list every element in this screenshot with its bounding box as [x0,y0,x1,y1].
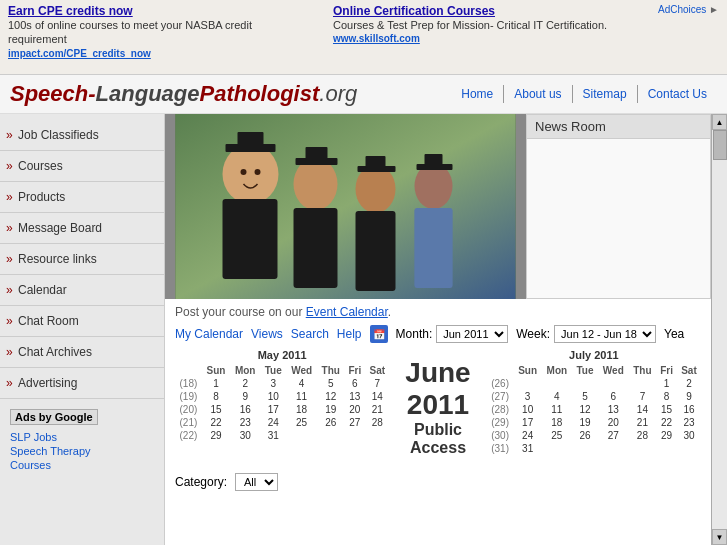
table-row[interactable]: 2 [230,377,260,390]
table-row[interactable]: 28 [365,416,389,429]
table-row[interactable]: 19 [317,403,345,416]
sidebar-item-resource-links[interactable]: Resource links [0,246,164,272]
empty-day [317,429,345,442]
week-select[interactable]: Jun 12 - Jun 18 [554,325,656,343]
table-row[interactable]: 3 [260,377,286,390]
sidebar-item-message-board[interactable]: Message Board [0,215,164,241]
table-row[interactable]: 20 [598,416,629,429]
table-row[interactable]: 15 [656,403,677,416]
table-row[interactable]: 17 [260,403,286,416]
may-thu: Thu [317,364,345,377]
table-row[interactable]: 12 [572,403,598,416]
sidebar-item-courses[interactable]: Courses [0,153,164,179]
table-row[interactable]: 9 [230,390,260,403]
table-row[interactable]: 29 [656,429,677,442]
table-row[interactable]: 27 [598,429,629,442]
table-row: (30) 24252627282930 [487,429,701,442]
table-row[interactable]: 28 [629,429,657,442]
table-row[interactable]: 31 [514,442,542,455]
ad-block-1: Earn CPE credits now 100s of online cour… [8,4,313,70]
sidebar-item-calendar[interactable]: Calendar [0,277,164,303]
table-row[interactable]: 23 [230,416,260,429]
table-row[interactable]: 13 [598,403,629,416]
table-row[interactable]: 25 [542,429,572,442]
nav-home[interactable]: Home [451,85,504,103]
ad2-sub-link[interactable]: www.skillsoft.com [333,33,420,44]
empty-day [572,377,598,390]
nav-about[interactable]: About us [504,85,572,103]
table-row[interactable]: 26 [317,416,345,429]
event-calendar-link[interactable]: Event Calendar [306,305,388,319]
ad-link-speech-therapy[interactable]: Speech Therapy [10,445,154,457]
table-row[interactable]: 26 [572,429,598,442]
table-row[interactable]: 10 [514,403,542,416]
cal-search[interactable]: Search [291,327,329,341]
table-row[interactable]: 20 [345,403,366,416]
table-row[interactable]: 7 [365,377,389,390]
table-row[interactable]: 4 [542,390,572,403]
table-row[interactable]: 8 [656,390,677,403]
table-row[interactable]: 11 [286,390,317,403]
table-row[interactable]: 21 [365,403,389,416]
table-row[interactable]: 31 [260,429,286,442]
table-row[interactable]: 1 [656,377,677,390]
table-row[interactable]: 27 [345,416,366,429]
scrollbar-up-btn[interactable]: ▲ [712,114,727,130]
table-row[interactable]: 19 [572,416,598,429]
scrollbar-thumb[interactable] [713,130,727,160]
table-row[interactable]: 22 [656,416,677,429]
table-row[interactable]: 13 [345,390,366,403]
sidebar-item-job-classifieds[interactable]: Job Classifieds [0,122,164,148]
ad1-sub-link[interactable]: impact.com/CPE_credits_now [8,48,151,59]
ad-link-courses[interactable]: Courses [10,459,154,471]
ad-link-slp-jobs[interactable]: SLP Jobs [10,431,154,443]
cal-help[interactable]: Help [337,327,362,341]
table-row[interactable]: 30 [677,429,701,442]
table-row[interactable]: 2 [677,377,701,390]
table-row[interactable]: 9 [677,390,701,403]
table-row[interactable]: 5 [572,390,598,403]
empty-day [656,442,677,455]
category-select[interactable]: All [235,473,278,491]
table-row[interactable]: 16 [677,403,701,416]
cal-views[interactable]: Views [251,327,283,341]
table-row[interactable]: 14 [629,403,657,416]
sidebar-item-advertising[interactable]: Advertising [0,370,164,396]
ad1-link[interactable]: Earn CPE credits now [8,4,133,18]
ad2-link[interactable]: Online Certification Courses [333,4,495,18]
month-select[interactable]: Jun 2011 [436,325,508,343]
table-row[interactable]: 5 [317,377,345,390]
table-row[interactable]: 17 [514,416,542,429]
table-row[interactable]: 24 [260,416,286,429]
table-row[interactable]: 4 [286,377,317,390]
sidebar-item-chat-archives[interactable]: Chat Archives [0,339,164,365]
table-row[interactable]: 23 [677,416,701,429]
table-row[interactable]: 21 [629,416,657,429]
table-row[interactable]: 18 [286,403,317,416]
table-row[interactable]: 16 [230,403,260,416]
table-row[interactable]: 24 [514,429,542,442]
table-row[interactable]: 10 [260,390,286,403]
table-row[interactable]: 30 [230,429,260,442]
table-row[interactable]: 22 [202,416,230,429]
table-row[interactable]: 1 [202,377,230,390]
table-row[interactable]: 25 [286,416,317,429]
cal-my-calendar[interactable]: My Calendar [175,327,243,341]
table-row[interactable]: 29 [202,429,230,442]
sidebar-item-chat-room[interactable]: Chat Room [0,308,164,334]
table-row[interactable]: 6 [598,390,629,403]
table-row[interactable]: 6 [345,377,366,390]
table-row[interactable]: 14 [365,390,389,403]
table-row[interactable]: 8 [202,390,230,403]
table-row[interactable]: 15 [202,403,230,416]
scrollbar-down-btn[interactable]: ▼ [712,529,727,545]
sidebar-item-products[interactable]: Products [0,184,164,210]
table-row[interactable]: 7 [629,390,657,403]
table-row[interactable]: 3 [514,390,542,403]
table-row[interactable]: 12 [317,390,345,403]
table-row[interactable]: 11 [542,403,572,416]
nav-sitemap[interactable]: Sitemap [573,85,638,103]
table-row[interactable]: 18 [542,416,572,429]
nav-contact[interactable]: Contact Us [638,85,717,103]
july-2011-calendar: July 2011 Sun Mon Tue Wed Th [487,349,701,465]
